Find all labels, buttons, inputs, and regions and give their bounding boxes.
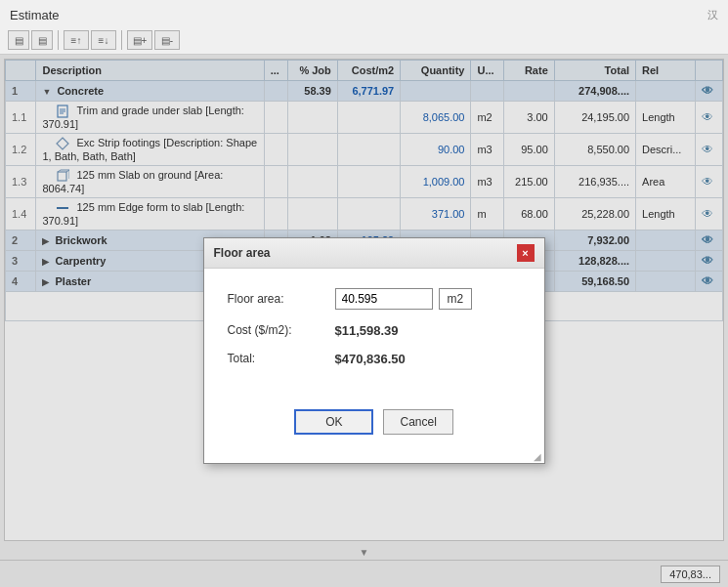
toolbar-btn-3[interactable]: ≡↑ <box>64 30 89 50</box>
modal-total-row: Total: $470,836.50 <box>228 352 521 366</box>
modal-body: Floor area: m2 Cost ($/m2): $11,598.39 T… <box>204 269 544 399</box>
toolbar: ▤ ▤ ≡↑ ≡↓ ▤+ ▤- <box>0 26 728 55</box>
modal-total-value: $470,836.50 <box>335 352 406 366</box>
app-title: Estimate 汉 <box>0 0 728 26</box>
ok-button[interactable]: OK <box>294 409 373 435</box>
toolbar-btn-4[interactable]: ≡↓ <box>91 30 116 50</box>
modal-resize-handle[interactable]: ◢ <box>204 450 544 463</box>
modal-close-button[interactable]: × <box>517 244 535 262</box>
toolbar-btn-6[interactable]: ▤- <box>154 30 180 50</box>
app-window: Estimate 汉 ▤ ▤ ≡↑ ≡↓ ▤+ ▤- Description .… <box>0 0 728 587</box>
modal-cost-value: $11,598.39 <box>335 323 399 338</box>
modal-total-label: Total: <box>228 352 335 365</box>
modal-floor-area-row: Floor area: m2 <box>228 288 521 310</box>
toolbar-btn-2[interactable]: ▤ <box>31 30 53 50</box>
modal-floor-area-label: Floor area: <box>228 292 335 306</box>
toolbar-sep-2 <box>121 30 122 50</box>
window-controls[interactable]: 汉 <box>707 8 718 22</box>
modal-cost-row: Cost ($/m2): $11,598.39 <box>228 323 521 338</box>
main-content: Description ... % Job Cost/m2 Quantity U… <box>0 55 728 587</box>
modal-header: Floor area × <box>204 238 544 269</box>
cancel-button[interactable]: Cancel <box>383 409 452 435</box>
modal-title: Floor area <box>214 246 271 260</box>
modal-footer: OK Cancel <box>204 399 544 450</box>
toolbar-sep-1 <box>58 30 59 50</box>
modal-cost-label: Cost ($/m2): <box>228 323 335 337</box>
toolbar-btn-5[interactable]: ▤+ <box>127 30 152 50</box>
modal-overlay: Floor area × Floor area: m2 Cost ($/m2):… <box>0 55 728 587</box>
toolbar-btn-1[interactable]: ▤ <box>8 30 29 50</box>
floor-area-input[interactable] <box>335 288 433 310</box>
floor-area-modal: Floor area × Floor area: m2 Cost ($/m2):… <box>203 237 545 464</box>
floor-area-unit: m2 <box>439 288 473 310</box>
